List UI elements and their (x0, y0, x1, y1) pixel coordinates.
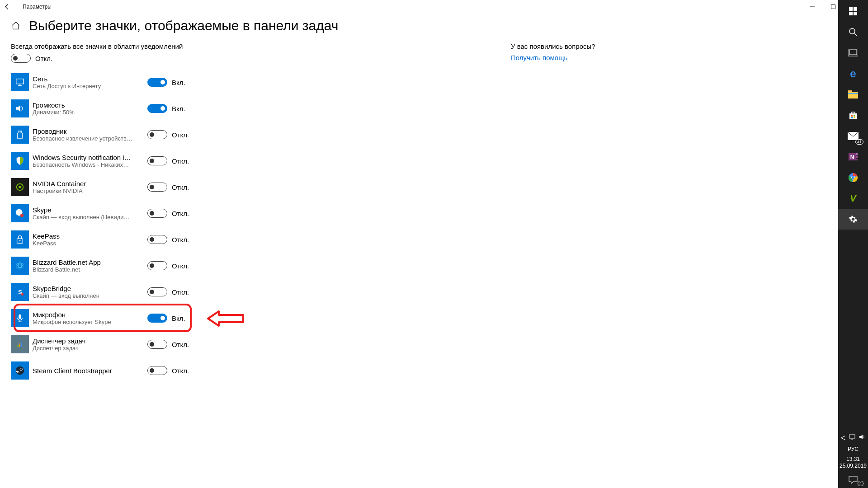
item-title: Проводник (33, 127, 134, 135)
item-toggle[interactable] (147, 340, 167, 349)
item-toggle[interactable] (147, 104, 167, 113)
item-subtitle: Настройки NVIDIA (33, 188, 134, 194)
svg-rect-8 (18, 133, 23, 138)
item-toggle[interactable] (147, 183, 167, 192)
item-subtitle: Динамики: 50% (33, 109, 134, 116)
search-icon[interactable] (838, 22, 868, 42)
item-toggle-state: Откл. (172, 341, 189, 348)
mail-icon[interactable]: 41 (838, 126, 868, 146)
svg-point-29 (16, 366, 24, 375)
item-toggle[interactable] (147, 78, 167, 87)
svg-rect-49 (851, 117, 853, 118)
home-icon[interactable] (11, 21, 21, 31)
item-toggle-state: Вкл. (172, 79, 185, 86)
help-sidebar: У вас появились вопросы? Получить помощь (508, 42, 595, 384)
item-title: Микрофон (33, 311, 134, 319)
edge-icon[interactable]: e (838, 63, 868, 84)
svg-rect-54 (856, 153, 858, 155)
list-item: NVIDIA ContainerНастройки NVIDIAОткл. (11, 174, 508, 200)
nvidia-icon (11, 178, 29, 196)
settings-icon[interactable] (838, 209, 868, 230)
tray-volume-icon[interactable] (859, 434, 865, 441)
item-toggle[interactable] (147, 209, 167, 218)
item-subtitle: Диспетчер задач (33, 345, 134, 352)
window-title: Параметры (23, 4, 52, 10)
item-toggle-state: Откл. (172, 183, 189, 191)
steam-icon (11, 361, 29, 380)
always-show-toggle[interactable] (11, 54, 31, 63)
item-subtitle: Скайп — вход выполнен (Невиди… (33, 214, 134, 221)
skype-icon (11, 204, 29, 222)
minimize-button[interactable] (802, 0, 823, 14)
item-subtitle: Скайп — вход выполнен (33, 292, 134, 299)
item-title: NVIDIA Container (33, 180, 134, 188)
svg-rect-35 (849, 12, 853, 15)
svg-rect-4 (16, 79, 24, 84)
app-v-icon[interactable]: V (838, 188, 868, 209)
list-item: СетьСеть Доступ к ИнтернетуВкл. (11, 69, 508, 95)
battlenet-icon (11, 257, 29, 275)
icon-list: СетьСеть Доступ к ИнтернетуВкл.Громкость… (11, 69, 508, 384)
onenote-icon[interactable]: N (838, 146, 868, 167)
list-item: SkypeСкайп — вход выполнен (Невиди…Откл. (11, 200, 508, 226)
svg-rect-34 (854, 7, 857, 11)
item-subtitle: Микрофон использует Skype (33, 319, 134, 325)
item-title: Диспетчер задач (33, 337, 134, 345)
volume-icon (11, 99, 29, 117)
get-help-link[interactable]: Получить помощь (511, 54, 595, 61)
start-button[interactable] (838, 1, 868, 22)
taskbar: e 41 N V ᐸ РУС 13:31 25.09.2019 4 (838, 0, 868, 488)
item-toggle[interactable] (147, 366, 167, 375)
item-title: Громкость (33, 101, 134, 109)
item-title: Windows Security notification icon (33, 154, 134, 161)
svg-rect-1 (831, 5, 835, 9)
action-center-icon[interactable]: 4 (838, 472, 868, 488)
list-item: ГромкостьДинамики: 50%Вкл. (11, 95, 508, 122)
task-view-icon[interactable] (838, 42, 868, 63)
item-toggle[interactable] (147, 130, 167, 139)
store-icon[interactable] (838, 105, 868, 126)
language-indicator[interactable]: РУС (848, 444, 859, 454)
chrome-icon[interactable] (838, 167, 868, 188)
item-toggle[interactable] (147, 287, 167, 296)
item-title: Сеть (33, 75, 134, 83)
shield-icon (11, 152, 29, 170)
item-subtitle: Безопасность Windows - Никаких… (33, 161, 134, 168)
system-tray[interactable]: ᐸ (838, 432, 868, 444)
svg-rect-55 (856, 156, 858, 158)
svg-point-18 (18, 262, 21, 270)
item-toggle[interactable] (147, 314, 167, 323)
item-toggle[interactable] (147, 261, 167, 270)
tray-chevron-icon[interactable]: ᐸ (841, 434, 845, 441)
list-item: Windows Security notification iconБезопа… (11, 148, 508, 174)
item-title: SkypeBridge (33, 285, 134, 292)
list-item: Диспетчер задачДиспетчер задачОткл. (11, 331, 508, 357)
item-toggle-state: Вкл. (172, 314, 185, 322)
explorer-icon[interactable] (838, 84, 868, 105)
help-title: У вас появились вопросы? (511, 42, 595, 50)
svg-rect-60 (849, 435, 855, 438)
svg-rect-22 (19, 314, 21, 319)
list-item: SSkypeBridgeСкайп — вход выполненОткл. (11, 279, 508, 305)
item-toggle[interactable] (147, 235, 167, 244)
mic-icon (11, 309, 29, 327)
tray-network-icon[interactable] (849, 434, 855, 441)
svg-rect-26 (18, 345, 19, 347)
annotation-arrow-icon (205, 309, 246, 328)
svg-point-37 (849, 28, 855, 34)
list-item: Steam Client BootstrapperОткл. (11, 357, 508, 384)
svg-rect-47 (851, 115, 853, 117)
svg-line-38 (854, 33, 857, 36)
clock[interactable]: 13:31 25.09.2019 (840, 454, 867, 472)
item-toggle-state: Откл. (172, 157, 189, 165)
svg-rect-39 (849, 50, 857, 55)
item-subtitle: KeePass (33, 240, 134, 247)
always-show-state: Откл. (35, 55, 52, 62)
svg-point-15 (19, 240, 21, 241)
list-item: KeePassKeePassОткл. (11, 226, 508, 253)
svg-rect-33 (849, 7, 853, 11)
item-subtitle: Безопасное извлечение устройств… (33, 135, 134, 142)
clock-date: 25.09.2019 (840, 463, 867, 470)
item-toggle[interactable] (147, 156, 167, 165)
back-button[interactable] (4, 3, 18, 10)
